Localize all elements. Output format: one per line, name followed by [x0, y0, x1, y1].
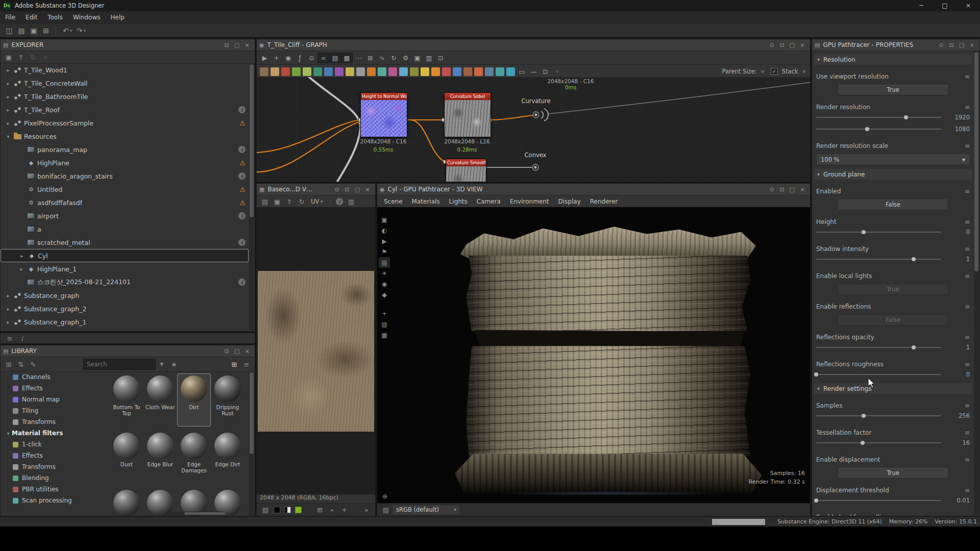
frame-icon[interactable]: ⊡ — [435, 53, 447, 63]
slider-track[interactable] — [816, 232, 941, 233]
maximize-icon[interactable]: □ — [787, 40, 797, 49]
more-icon[interactable]: » — [761, 68, 764, 75]
grid-icon[interactable]: ⊞ — [314, 505, 326, 515]
up-icon[interactable]: ▴ — [326, 505, 338, 515]
compact-icon[interactable]: ▦ — [341, 53, 353, 63]
move-icon[interactable]: + — [379, 308, 390, 319]
slider-handle[interactable] — [912, 345, 916, 349]
chevron-right-icon[interactable]: ▸ — [17, 266, 26, 272]
tree-item[interactable]: ▸Substance_graph — [1, 289, 249, 302]
atomic-node-icon[interactable] — [421, 67, 429, 76]
slider-track[interactable] — [816, 259, 941, 260]
dock-icon[interactable]: ⊡ — [222, 40, 232, 49]
info-icon[interactable]: i — [238, 106, 246, 113]
warning-icon[interactable]: ⚠ — [239, 159, 246, 167]
chevron-right-icon[interactable]: ▸ — [4, 319, 13, 325]
pin-icon[interactable]: ⊙ — [767, 185, 777, 194]
save-icon[interactable]: ▣ — [3, 52, 15, 62]
save-all-icon[interactable]: ⊞ — [40, 25, 52, 36]
menu-tools[interactable]: Tools — [42, 11, 68, 24]
section-header[interactable]: ▾Ground plane — [814, 169, 972, 180]
maximize-button[interactable]: □ — [933, 0, 957, 11]
mesh-icon[interactable]: ◆ — [379, 289, 390, 300]
delete-icon[interactable]: × — [39, 52, 52, 62]
texture-icon[interactable]: ▤ — [379, 257, 390, 268]
move-icon[interactable]: + — [271, 53, 282, 63]
library-category[interactable]: Tiling — [1, 405, 110, 416]
sphere-icon[interactable]: ◐ — [379, 225, 390, 236]
material-item[interactable]: Dirt — [177, 373, 211, 427]
view2d-canvas[interactable] — [257, 207, 375, 494]
atomic-node-icon[interactable] — [388, 67, 397, 76]
close-icon[interactable]: × — [242, 40, 252, 49]
more-icon[interactable]: » — [360, 505, 373, 515]
chevron-down-icon[interactable]: ▾ — [4, 134, 13, 139]
info-icon[interactable]: i — [238, 239, 246, 246]
material-mode-icon[interactable]: ▤ — [329, 53, 341, 63]
zoom-icon[interactable]: ⊙ — [306, 53, 317, 63]
histogram-icon[interactable]: ▥ — [345, 196, 357, 207]
tree-item[interactable]: ▸Substance_graph_1 — [1, 315, 249, 329]
row-menu-icon[interactable]: ≡ — [962, 456, 970, 463]
atomic-node-icon[interactable] — [335, 67, 344, 76]
export-icon[interactable]: ⇑ — [15, 52, 27, 62]
warning-icon[interactable]: ⚠ — [239, 199, 246, 207]
close-icon[interactable]: × — [797, 40, 807, 49]
library-category[interactable]: Channels — [1, 371, 110, 383]
pin-icon[interactable]: ⊙ — [767, 40, 777, 49]
axis-gizmo-icon[interactable]: ⊕ — [379, 491, 390, 502]
slider-handle[interactable] — [814, 372, 818, 377]
tree-item[interactable]: ▸T_Tile_BathroomTile — [1, 90, 249, 103]
screen-icon[interactable]: ▣ — [411, 53, 423, 63]
atomic-node-icon[interactable] — [367, 67, 376, 76]
function-icon[interactable]: ƒ — [294, 53, 306, 63]
flag-icon[interactable]: ⚑ — [379, 246, 390, 257]
atomic-node-icon[interactable] — [474, 67, 483, 76]
tree-item[interactable]: ▸PixelProcessorSample⚠ — [1, 116, 249, 130]
swap-icon[interactable]: ⇅ — [15, 359, 27, 369]
chevron-right-icon[interactable]: ▸ — [4, 81, 13, 86]
grid-view-icon[interactable]: ⊞ — [228, 359, 240, 369]
slider-track[interactable] — [816, 129, 941, 130]
tree-item[interactable]: a — [1, 222, 249, 236]
view3d-menu-lights[interactable]: Lights — [445, 198, 472, 205]
atomic-node-icon[interactable] — [303, 67, 311, 76]
library-category[interactable]: Effects — [1, 450, 110, 461]
save-icon[interactable]: ▣ — [271, 196, 283, 207]
library-category[interactable]: Normal map — [1, 394, 110, 405]
tree-item[interactable]: ◆HighPlane⚠ — [1, 156, 249, 169]
move-icon[interactable]: + — [338, 505, 351, 515]
sun-icon[interactable]: ☀ — [379, 268, 390, 279]
chevron-down-icon[interactable]: ▾ — [5, 431, 12, 436]
maximize-icon[interactable]: □ — [232, 346, 242, 356]
slider-handle[interactable] — [904, 115, 908, 119]
row-menu-icon[interactable]: ≡ — [962, 142, 970, 149]
maximize-icon[interactable]: □ — [352, 185, 362, 194]
dock-icon[interactable]: ⊡ — [342, 185, 352, 194]
library-category[interactable]: 1-click — [1, 439, 110, 450]
toggle-button[interactable]: True — [838, 84, 948, 95]
pin-icon[interactable]: ⊙ — [936, 40, 946, 49]
layers-icon[interactable]: ▤ — [259, 196, 271, 207]
slide-icon[interactable]: — — [528, 66, 540, 77]
dock-icon[interactable]: ⊡ — [946, 40, 957, 49]
graph-node[interactable]: Curvature Smooth — [446, 159, 486, 182]
atomic-node-icon[interactable] — [453, 67, 461, 76]
row-menu-icon[interactable]: ≡ — [962, 429, 970, 436]
tree-item[interactable]: ▸◆HighPlane_1 — [1, 262, 249, 276]
slider-track[interactable] — [816, 415, 941, 416]
chevron-right-icon[interactable]: ▸ — [4, 120, 13, 126]
tree-item[interactable]: scratched_metali — [1, 236, 249, 249]
uv-dropdown[interactable]: UV▾ — [311, 198, 323, 205]
row-menu-icon[interactable]: ≡ — [962, 218, 970, 226]
camera-icon[interactable]: ◉ — [379, 279, 390, 289]
colorspace-dropdown[interactable]: sRGB (default) ▾ — [392, 505, 460, 515]
refresh-icon[interactable]: ↻ — [388, 53, 400, 63]
row-menu-icon[interactable]: ≡ — [962, 245, 970, 253]
export-icon[interactable]: ⇑ — [283, 196, 296, 207]
view3d-canvas[interactable]: ▣◐▶⚑▤☀◉◆+▤▦ Samples: 16 Render Time: 0.3… — [377, 207, 810, 504]
graph-node[interactable]: Height to Normal World... — [360, 92, 407, 137]
material-item[interactable]: Edge Dirt — [211, 431, 244, 484]
atomic-node-icon[interactable] — [378, 67, 386, 76]
list-icon[interactable]: ≡ — [4, 333, 16, 343]
